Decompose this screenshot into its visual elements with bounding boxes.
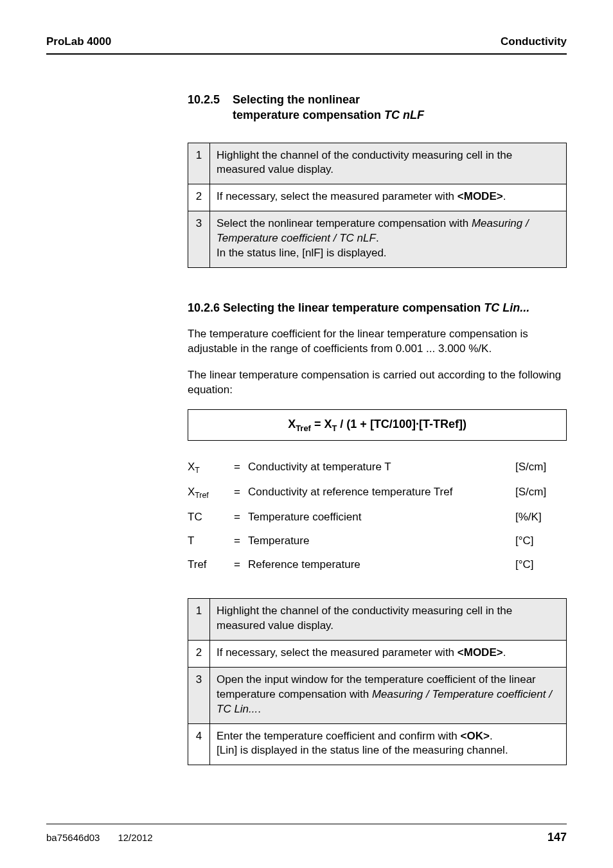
subheading-prefix: 10.2.6 Selecting the linear temperature … bbox=[188, 301, 484, 314]
term-desc: Conductivity at temperature T bbox=[248, 460, 515, 475]
subheading-ital: TC Lin... bbox=[484, 301, 529, 314]
section-title: Selecting the nonlinear temperature comp… bbox=[233, 92, 424, 123]
table-row: 2 If necessary, select the measured para… bbox=[188, 640, 567, 667]
section-title-line1: Selecting the nonlinear bbox=[233, 93, 360, 106]
table-row: 4 Enter the temperature coefficient and … bbox=[188, 723, 567, 765]
footer-left: ba75646d03 12/2012 bbox=[46, 831, 153, 844]
section-number: 10.2.5 bbox=[188, 92, 220, 123]
step-text-mid: . bbox=[376, 232, 379, 244]
step-text-mid: . bbox=[490, 730, 493, 742]
step-text: Open the input window for the temperatur… bbox=[210, 667, 567, 723]
step-text: Enter the temperature coefficient and co… bbox=[210, 723, 567, 765]
section-10-2-6-heading: 10.2.6 Selecting the linear temperature … bbox=[188, 300, 567, 315]
step-text-line2: [Lin] is displayed in the status line of… bbox=[217, 744, 508, 756]
formula-box: XTref = XT / (1 + [TC/100]·[T-TRef]) bbox=[188, 409, 567, 441]
table-row: 1 Highlight the channel of the conductiv… bbox=[188, 143, 567, 184]
paragraph: The temperature coefficient for the line… bbox=[188, 327, 567, 357]
table-row: 3 Open the input window for the temperat… bbox=[188, 667, 567, 723]
term-symbol: T bbox=[188, 534, 234, 549]
term-row: XTref = Conductivity at reference temper… bbox=[188, 485, 567, 501]
page: ProLab 4000 Conductivity 10.2.5 Selectin… bbox=[0, 0, 613, 868]
page-header: ProLab 4000 Conductivity bbox=[46, 35, 567, 53]
step-text-prefix: Select the nonlinear temperature compens… bbox=[217, 217, 472, 229]
header-rule bbox=[46, 53, 567, 55]
section-title-line2a: temperature compensation bbox=[233, 109, 384, 121]
step-text: If necessary, select the measured parame… bbox=[210, 640, 567, 667]
section-title-line2b: TC nLF bbox=[384, 109, 424, 121]
steps-table-1: 1 Highlight the channel of the conductiv… bbox=[188, 143, 567, 269]
footer-rule bbox=[46, 824, 567, 824]
term-desc: Temperature bbox=[248, 534, 515, 549]
step-text-line2: In the status line, [nlF] is displayed. bbox=[217, 247, 387, 259]
term-eq: = bbox=[234, 485, 248, 500]
term-symbol: Tref bbox=[188, 558, 234, 572]
step-text: Highlight the channel of the conductivit… bbox=[210, 143, 567, 184]
step-text: Highlight the channel of the conductivit… bbox=[210, 598, 567, 640]
term-unit: [S/cm] bbox=[515, 485, 567, 500]
step-text-suffix: . bbox=[503, 190, 506, 202]
term-row: XT = Conductivity at temperature T [S/cm… bbox=[188, 460, 567, 476]
steps-table-2: 1 Highlight the channel of the conductiv… bbox=[188, 598, 567, 766]
step-text: If necessary, select the measured parame… bbox=[210, 184, 567, 211]
step-number: 3 bbox=[188, 667, 210, 723]
footer-page-number: 147 bbox=[547, 829, 567, 845]
step-text-prefix: Enter the temperature coefficient and co… bbox=[217, 730, 461, 742]
formula-part: = X bbox=[311, 418, 332, 430]
term-unit: [%/K] bbox=[515, 510, 567, 525]
formula-sub: Tref bbox=[296, 423, 311, 433]
term-eq: = bbox=[234, 558, 248, 572]
step-text: Select the nonlinear temperature compens… bbox=[210, 211, 567, 268]
page-footer: ba75646d03 12/2012 147 bbox=[46, 824, 567, 845]
step-text-suffix: . bbox=[503, 646, 506, 659]
term-eq: = bbox=[234, 534, 248, 549]
step-number: 1 bbox=[188, 598, 210, 640]
step-text-bold: <MODE> bbox=[458, 190, 503, 202]
main-content: 10.2.5 Selecting the nonlinear temperatu… bbox=[188, 92, 567, 765]
term-unit: [S/cm] bbox=[515, 460, 567, 475]
term-unit: [°C] bbox=[515, 534, 567, 549]
term-desc: Reference temperature bbox=[248, 558, 515, 572]
term-row: TC = Temperature coefficient [%/K] bbox=[188, 510, 567, 525]
term-eq: = bbox=[234, 460, 248, 475]
table-row: 2 If necessary, select the measured para… bbox=[188, 184, 567, 211]
term-unit: [°C] bbox=[515, 558, 567, 572]
step-text-bold: <OK> bbox=[461, 730, 490, 742]
term-symbol: XT bbox=[188, 460, 234, 476]
term-symbol: XTref bbox=[188, 485, 234, 501]
step-number: 2 bbox=[188, 184, 210, 211]
term-desc: Conductivity at reference temperature Tr… bbox=[248, 485, 515, 500]
footer-row: ba75646d03 12/2012 147 bbox=[46, 829, 567, 845]
formula-part: X bbox=[288, 418, 296, 430]
term-eq: = bbox=[234, 510, 248, 525]
footer-date: 12/2012 bbox=[118, 831, 152, 844]
header-right: Conductivity bbox=[501, 35, 567, 49]
step-number: 2 bbox=[188, 640, 210, 667]
step-text-prefix: If necessary, select the measured parame… bbox=[217, 646, 458, 659]
table-row: 1 Highlight the channel of the conductiv… bbox=[188, 598, 567, 640]
formula-part: / (1 + [TC/100]·[T-TRef]) bbox=[337, 418, 466, 430]
term-desc: Temperature coefficient bbox=[248, 510, 515, 525]
step-number: 3 bbox=[188, 211, 210, 268]
terms-list: XT = Conductivity at temperature T [S/cm… bbox=[188, 460, 567, 572]
step-text-bold: <MODE> bbox=[458, 646, 503, 659]
step-number: 1 bbox=[188, 143, 210, 184]
step-text-suffix: . bbox=[258, 703, 261, 715]
section-10-2-5-heading: 10.2.5 Selecting the nonlinear temperatu… bbox=[188, 92, 567, 123]
term-symbol: TC bbox=[188, 510, 234, 525]
term-row: Tref = Reference temperature [°C] bbox=[188, 558, 567, 572]
header-left: ProLab 4000 bbox=[46, 35, 111, 49]
paragraph: The linear temperature compensation is c… bbox=[188, 368, 567, 398]
footer-doc-id: ba75646d03 bbox=[46, 831, 100, 844]
step-number: 4 bbox=[188, 723, 210, 765]
table-row: 3 Select the nonlinear temperature compe… bbox=[188, 211, 567, 268]
step-text-prefix: If necessary, select the measured parame… bbox=[217, 190, 458, 202]
term-row: T = Temperature [°C] bbox=[188, 534, 567, 549]
